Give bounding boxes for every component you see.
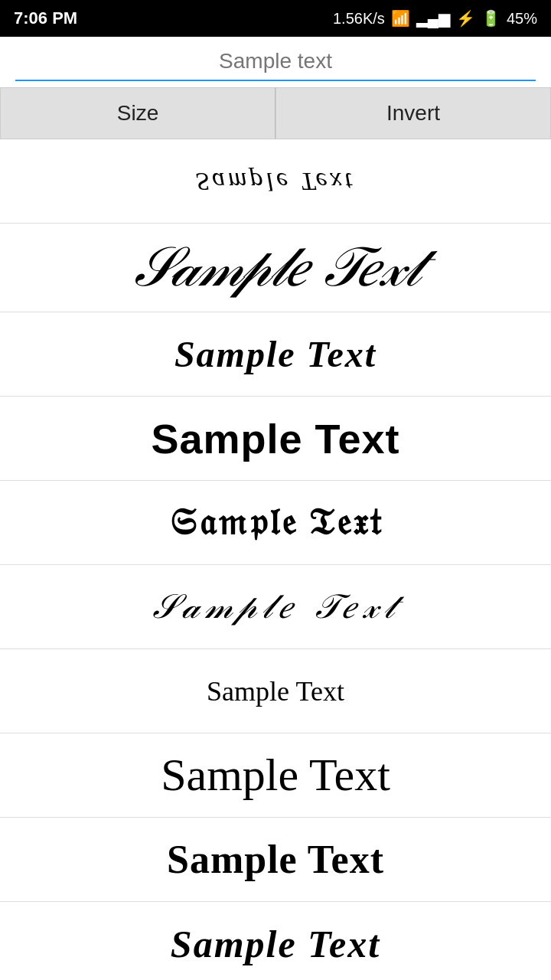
font-preview-0: Sample Text xyxy=(196,167,355,196)
list-item[interactable]: 𝒮𝒶𝓂𝓅𝓁𝑒 𝒯𝑒𝓍𝓉 xyxy=(0,565,551,649)
font-preview-3: Sample Text xyxy=(151,415,399,462)
invert-button[interactable]: Invert xyxy=(276,87,551,139)
battery-percent: 45% xyxy=(507,10,537,28)
font-preview-5: 𝒮𝒶𝓂𝓅𝓁𝑒 𝒯𝑒𝓍𝓉 xyxy=(152,587,399,626)
size-button[interactable]: Size xyxy=(0,87,276,139)
search-input[interactable] xyxy=(15,44,536,81)
font-preview-9: Sample Text xyxy=(171,922,380,966)
status-network: 1.56K/s xyxy=(333,10,385,28)
font-preview-6: Sample Text xyxy=(207,675,344,707)
list-item[interactable]: Sample Text xyxy=(0,312,551,397)
font-preview-7: Sample Text xyxy=(161,749,390,802)
buttons-row: Size Invert xyxy=(0,87,551,139)
signal-icon: ▂▄▆ xyxy=(416,9,450,28)
list-item[interactable]: Sample Text xyxy=(0,139,551,224)
status-bar: 7:06 PM 1.56K/s 📶 ▂▄▆ ⚡ 🔋 45% xyxy=(0,0,551,37)
font-preview-2: Sample Text xyxy=(174,333,377,375)
font-preview-4: 𝔖𝔞𝔪𝔭𝔩𝔢 𝔗𝔢𝔵𝔱 xyxy=(168,501,383,544)
list-item[interactable]: 𝔖𝔞𝔪𝔭𝔩𝔢 𝔗𝔢𝔵𝔱 xyxy=(0,481,551,565)
search-container xyxy=(0,37,551,81)
list-item[interactable]: Sample Text xyxy=(0,649,551,733)
list-item[interactable]: Sample Text xyxy=(0,397,551,481)
list-item[interactable]: Sample Text xyxy=(0,733,551,818)
list-item[interactable]: Sample Text xyxy=(0,902,551,980)
battery-icon: 🔋 xyxy=(481,9,500,28)
status-time: 7:06 PM xyxy=(14,8,77,28)
charging-icon: ⚡ xyxy=(456,9,475,28)
list-item[interactable]: Sample Text xyxy=(0,818,551,902)
font-preview-1: 𝒮𝒶𝓂𝓅𝓁𝑒 𝒯𝑒𝓍𝓉 xyxy=(132,236,419,299)
list-item[interactable]: 𝒮𝒶𝓂𝓅𝓁𝑒 𝒯𝑒𝓍𝓉 xyxy=(0,224,551,312)
font-list: Sample Text 𝒮𝒶𝓂𝓅𝓁𝑒 𝒯𝑒𝓍𝓉 Sample Text Samp… xyxy=(0,139,551,980)
status-right: 1.56K/s 📶 ▂▄▆ ⚡ 🔋 45% xyxy=(333,9,537,28)
wifi-icon: 📶 xyxy=(391,9,410,28)
font-preview-8: Sample Text xyxy=(167,837,384,882)
